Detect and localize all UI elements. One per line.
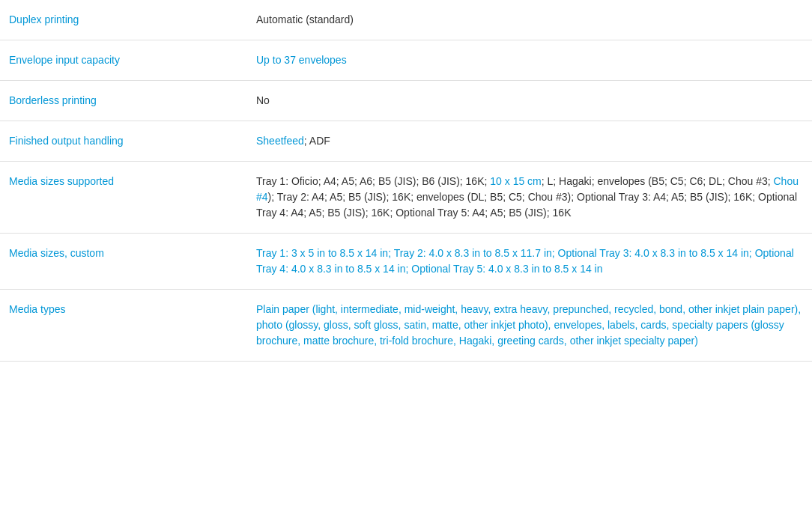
spec-link-text: Plain paper (light, intermediate, mid-we…: [256, 303, 801, 347]
spec-label: Media sizes supported: [0, 162, 247, 234]
spec-value: Tray 1: Oficio; A4; A5; A6; B5 (JIS); B6…: [247, 162, 812, 234]
spec-label: Envelope input capacity: [0, 40, 247, 81]
spec-value: Plain paper (light, intermediate, mid-we…: [247, 290, 812, 362]
table-row: Duplex printingAutomatic (standard): [0, 0, 812, 40]
spec-value: Up to 37 envelopes: [247, 40, 812, 81]
table-row: Borderless printingNo: [0, 81, 812, 121]
spec-plain-text: ; ADF: [304, 135, 330, 147]
table-row: Media sizes supportedTray 1: Oficio; A4;…: [0, 162, 812, 234]
spec-plain-text: ; L; Hagaki; envelopes (B5; C5; C6; DL; …: [542, 175, 774, 187]
spec-value: Automatic (standard): [247, 0, 812, 40]
spec-label: Media types: [0, 290, 247, 362]
spec-plain-text: Tray 1: Oficio; A4; A5; A6; B5 (JIS); B6…: [256, 175, 490, 187]
table-row: Media sizes, customTray 1: 3 x 5 in to 8…: [0, 234, 812, 290]
spec-value: Tray 1: 3 x 5 in to 8.5 x 14 in; Tray 2:…: [247, 234, 812, 290]
spec-label: Borderless printing: [0, 81, 247, 121]
table-row: Envelope input capacityUp to 37 envelope…: [0, 40, 812, 81]
spec-value: No: [247, 81, 812, 121]
spec-plain-text: ); Tray 2: A4; A5; B5 (JIS); 16K; envelo…: [256, 191, 797, 219]
spec-link-text: 10 x 15 cm: [490, 175, 541, 187]
spec-table: Duplex printingAutomatic (standard)Envel…: [0, 0, 812, 362]
spec-link-text: Sheetfeed: [256, 135, 304, 147]
spec-label: Media sizes, custom: [0, 234, 247, 290]
spec-value: Sheetfeed; ADF: [247, 121, 812, 162]
spec-link-text: Tray 1: 3 x 5 in to 8.5 x 14 in; Tray 2:…: [256, 247, 794, 275]
table-row: Media typesPlain paper (light, intermedi…: [0, 290, 812, 362]
spec-label: Duplex printing: [0, 0, 247, 40]
spec-link-text: Up to 37 envelopes: [256, 54, 347, 66]
spec-label: Finished output handling: [0, 121, 247, 162]
table-row: Finished output handlingSheetfeed; ADF: [0, 121, 812, 162]
